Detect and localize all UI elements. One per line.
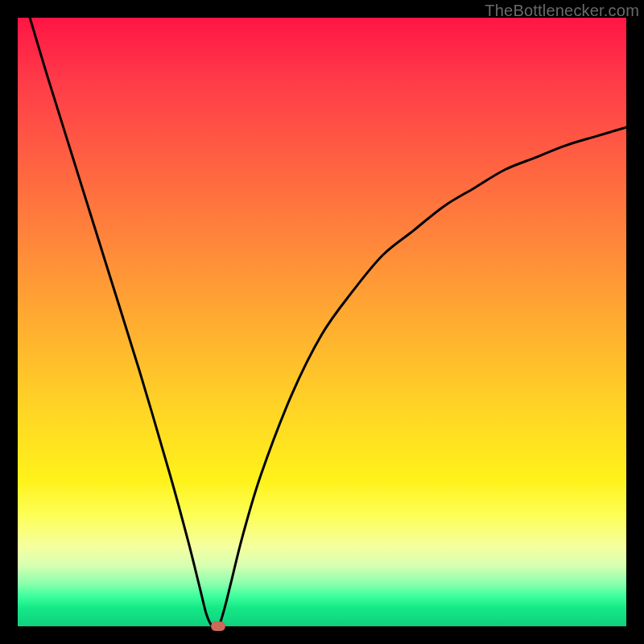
chart-frame: TheBottlenecker.com [0, 0, 644, 644]
curve-svg [18, 18, 626, 626]
plot-area [18, 18, 626, 626]
bottleneck-curve-path [30, 18, 626, 626]
minimum-marker [211, 621, 225, 631]
